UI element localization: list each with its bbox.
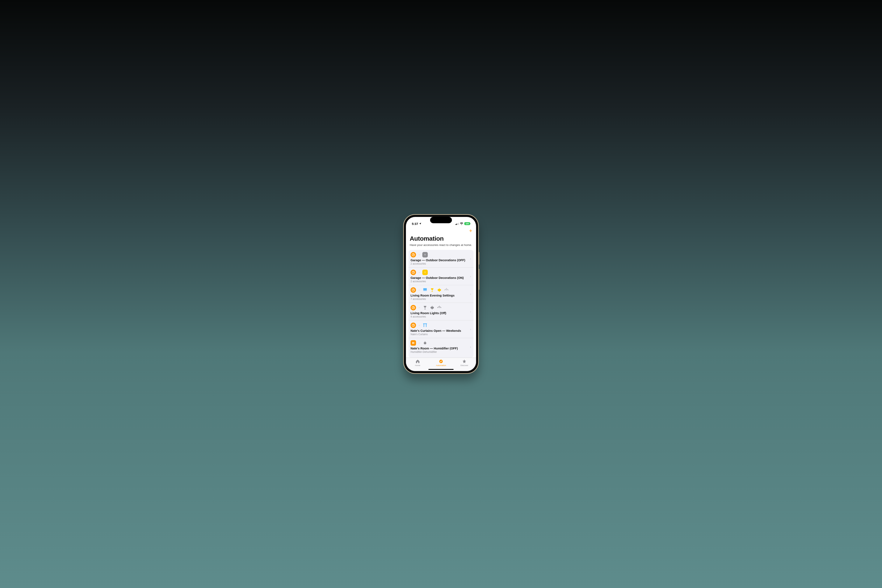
clock-icon <box>411 287 416 293</box>
phone-bezel: 5:37 100 <box>404 215 478 373</box>
battery-level: 100 <box>466 223 469 225</box>
page-header: Automation Have your accessories react t… <box>406 234 476 248</box>
chevron-right-icon: › <box>469 257 472 260</box>
row-subtitle: 2 accessories <box>411 262 469 265</box>
row-icon-line: → <box>411 305 469 310</box>
svg-point-29 <box>437 307 438 308</box>
row-title: Living Room Lights (Off) <box>411 311 469 315</box>
wifi-icon <box>460 222 463 225</box>
chevron-right-icon: › <box>469 328 472 331</box>
row-subtitle: 7 accessories <box>411 298 469 300</box>
arrow-right-icon: → <box>418 253 421 256</box>
pendant-light-icon <box>429 305 435 310</box>
automation-row[interactable]: → Living Room Lights (Off) <box>408 303 474 321</box>
svg-rect-15 <box>439 288 440 289</box>
automation-row[interactable]: → Nate's Curtains Open — Weekends Nate's… <box>408 321 474 338</box>
clock-icon <box>411 252 416 258</box>
row-icon-line: → <box>411 270 469 275</box>
outlet-icon <box>422 252 428 258</box>
cellular-signal-icon <box>456 223 459 225</box>
svg-rect-25 <box>432 306 432 307</box>
svg-point-16 <box>438 289 441 291</box>
tab-label: Home <box>415 364 420 366</box>
status-left: 5:37 <box>412 222 422 225</box>
svg-rect-2 <box>425 254 426 255</box>
row-title: Garage — Outdoor Decorations (ON) <box>411 276 469 279</box>
dynamic-island <box>430 217 452 223</box>
svg-point-26 <box>430 307 434 309</box>
svg-point-20 <box>446 290 447 290</box>
pendant-light-icon <box>436 287 442 293</box>
arrow-right-icon: → <box>418 288 421 292</box>
house-icon <box>415 359 420 364</box>
svg-point-17 <box>439 291 440 292</box>
svg-point-7 <box>425 273 425 273</box>
tab-home[interactable]: Home <box>408 359 427 366</box>
arrow-right-icon: → <box>418 341 421 345</box>
svg-rect-23 <box>425 308 425 309</box>
row-title: Nate's Curtains Open — Weekends <box>411 329 469 332</box>
tab-label: Discover <box>460 364 468 366</box>
location-arrow-icon <box>419 222 422 225</box>
humidifier-icon <box>422 340 428 346</box>
clock-check-icon <box>439 359 443 364</box>
screen: 5:37 100 <box>406 217 476 371</box>
status-time: 5:37 <box>412 222 418 225</box>
svg-rect-13 <box>432 290 432 291</box>
arrow-right-icon: → <box>418 306 421 309</box>
lamp-icon <box>422 305 428 310</box>
svg-rect-36 <box>412 342 414 344</box>
outlet-icon <box>422 270 428 275</box>
row-icon-line: → <box>411 340 469 346</box>
star-icon <box>462 359 466 364</box>
sensor-icon <box>411 340 416 346</box>
row-title: Living Room Evening Settings <box>411 294 469 297</box>
row-title: Nate's Room — Humidifier (OFF) <box>411 347 469 350</box>
status-right: 100 <box>456 222 470 225</box>
row-icon-line: → <box>411 287 469 293</box>
svg-rect-14 <box>431 291 433 292</box>
svg-rect-9 <box>423 288 427 289</box>
row-icon-line: → <box>411 252 469 258</box>
chevron-right-icon: › <box>469 292 472 296</box>
svg-point-31 <box>441 307 441 308</box>
plus-icon: + <box>469 227 472 234</box>
automation-row[interactable]: → Garage — Outdoor Decorations (OFF) 2 a… <box>408 250 474 267</box>
chevron-right-icon: › <box>469 274 472 278</box>
clock-icon <box>411 305 416 310</box>
automation-row[interactable]: → Garage — Outdoor Decorations (ON) 2 ac… <box>408 267 474 285</box>
page-title: Automation <box>410 235 472 242</box>
svg-point-3 <box>425 255 425 256</box>
arrow-right-icon: → <box>418 271 421 274</box>
clock-icon <box>411 322 416 328</box>
blinds-icon <box>422 287 428 293</box>
svg-rect-6 <box>425 272 426 273</box>
svg-rect-10 <box>423 289 427 290</box>
svg-point-21 <box>448 290 448 290</box>
tab-automation[interactable]: Automation <box>432 359 450 366</box>
arrow-right-icon: → <box>418 324 421 327</box>
phone-frame: 5:37 100 <box>403 214 479 374</box>
tab-label: Automation <box>436 364 446 366</box>
chevron-right-icon: › <box>469 310 472 314</box>
automation-list[interactable]: → Garage — Outdoor Decorations (OFF) 2 a… <box>408 250 474 358</box>
add-button[interactable]: + <box>469 228 472 233</box>
chandelier-icon <box>436 305 442 310</box>
row-subtitle: Nate's Curtains <box>411 333 469 336</box>
row-icon-line: → <box>411 322 469 328</box>
row-subtitle: 2 accessories <box>411 280 469 283</box>
battery-indicator: 100 <box>464 222 470 225</box>
page-subtitle: Have your accessories react to changes a… <box>410 243 472 246</box>
svg-rect-18 <box>446 288 447 289</box>
automation-row[interactable]: → Nate's Room — Humidifier (OFF) Humidif… <box>408 338 474 356</box>
chevron-right-icon: › <box>469 345 472 349</box>
automation-row[interactable]: → <box>408 285 474 303</box>
clock-icon <box>411 270 416 275</box>
svg-rect-12 <box>423 291 427 291</box>
tab-discover[interactable]: Discover <box>455 359 474 366</box>
nav-bar: + <box>406 227 476 234</box>
svg-point-30 <box>439 307 440 308</box>
svg-rect-5 <box>424 272 425 273</box>
svg-point-27 <box>432 309 433 309</box>
home-indicator[interactable] <box>428 369 454 370</box>
